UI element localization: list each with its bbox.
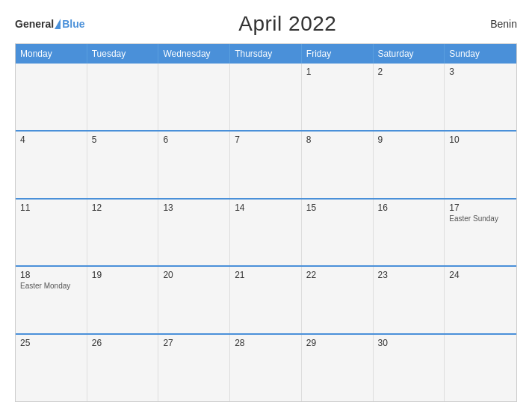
cell-w4-d2: 19 [87, 267, 159, 333]
day-number: 1 [306, 67, 368, 77]
cell-w5-d1: 25 [16, 335, 87, 401]
day-number: 25 [20, 338, 82, 348]
day-number: 11 [20, 203, 82, 213]
cell-w2-d1: 4 [16, 132, 87, 198]
cell-w4-d6: 23 [374, 267, 445, 333]
day-number: 24 [449, 270, 512, 280]
day-number: 7 [235, 135, 297, 145]
logo-general-text: General [15, 18, 54, 30]
col-thursday: Thursday [230, 44, 302, 64]
day-number: 10 [449, 135, 512, 145]
col-saturday: Saturday [374, 44, 445, 64]
cell-w3-d7: 17Easter Sunday [445, 200, 516, 266]
calendar: Monday Tuesday Wednesday Thursday Friday… [15, 43, 517, 402]
cell-w4-d1: 18Easter Monday [16, 267, 87, 333]
cell-w5-d7 [445, 335, 516, 401]
day-number: 9 [378, 135, 440, 145]
day-number: 21 [235, 270, 297, 280]
country-label: Benin [490, 18, 517, 30]
calendar-header-row: Monday Tuesday Wednesday Thursday Friday… [16, 44, 516, 64]
day-number: 27 [163, 338, 225, 348]
col-sunday: Sunday [445, 44, 516, 64]
week-row-2: 45678910 [16, 132, 516, 200]
day-number: 3 [449, 67, 512, 77]
day-number: 13 [163, 203, 225, 213]
cell-w2-d6: 9 [374, 132, 445, 198]
cell-w2-d4: 7 [230, 132, 302, 198]
day-number: 16 [378, 203, 440, 213]
cell-w3-d3: 13 [158, 200, 230, 266]
page: General Blue April 2022 Benin Monday Tue… [0, 0, 532, 411]
cell-w2-d2: 5 [87, 132, 159, 198]
cell-w5-d4: 28 [230, 335, 302, 401]
week-row-1: 123 [16, 64, 516, 132]
cell-w5-d6: 30 [374, 335, 445, 401]
day-event: Easter Monday [20, 282, 82, 290]
header: General Blue April 2022 Benin [15, 12, 517, 36]
day-number: 26 [92, 338, 154, 348]
cell-w1-d1 [16, 64, 87, 130]
calendar-title: April 2022 [238, 12, 336, 36]
cell-w2-d5: 8 [302, 132, 374, 198]
cell-w1-d5: 1 [302, 64, 374, 130]
cell-w1-d3 [158, 64, 230, 130]
col-friday: Friday [302, 44, 374, 64]
cell-w1-d4 [230, 64, 302, 130]
day-number: 17 [449, 203, 512, 213]
cell-w3-d2: 12 [87, 200, 159, 266]
day-number: 2 [378, 67, 440, 77]
cell-w3-d5: 15 [302, 200, 374, 266]
logo-triangle-icon [55, 19, 61, 29]
cell-w2-d7: 10 [445, 132, 516, 198]
cell-w1-d7: 3 [445, 64, 516, 130]
day-event: Easter Sunday [449, 214, 512, 223]
cell-w5-d3: 27 [158, 335, 230, 401]
cell-w5-d5: 29 [302, 335, 374, 401]
day-number: 18 [20, 270, 82, 280]
col-wednesday: Wednesday [158, 44, 230, 64]
cell-w1-d6: 2 [374, 64, 445, 130]
cell-w5-d2: 26 [87, 335, 159, 401]
cell-w3-d4: 14 [230, 200, 302, 266]
logo-blue-text: Blue [62, 18, 84, 30]
day-number: 29 [306, 338, 368, 348]
day-number: 15 [306, 203, 368, 213]
day-number: 14 [235, 203, 297, 213]
day-number: 8 [306, 135, 368, 145]
week-row-4: 18Easter Monday192021222324 [16, 267, 516, 335]
cell-w3-d1: 11 [16, 200, 87, 266]
cell-w4-d4: 21 [230, 267, 302, 333]
cell-w2-d3: 6 [158, 132, 230, 198]
cell-w4-d5: 22 [302, 267, 374, 333]
cell-w3-d6: 16 [374, 200, 445, 266]
day-number: 22 [306, 270, 368, 280]
week-row-3: 11121314151617Easter Sunday [16, 200, 516, 268]
day-number: 28 [235, 338, 297, 348]
day-number: 20 [163, 270, 225, 280]
day-number: 30 [378, 338, 440, 348]
day-number: 12 [92, 203, 154, 213]
logo: General Blue [15, 18, 84, 30]
day-number: 23 [378, 270, 440, 280]
day-number: 5 [92, 135, 154, 145]
col-tuesday: Tuesday [87, 44, 159, 64]
day-number: 19 [92, 270, 154, 280]
cell-w4-d3: 20 [158, 267, 230, 333]
calendar-body: 1234567891011121314151617Easter Sunday18… [16, 64, 516, 401]
day-number: 6 [163, 135, 225, 145]
week-row-5: 252627282930 [16, 335, 516, 401]
day-number: 4 [20, 135, 82, 145]
cell-w4-d7: 24 [445, 267, 516, 333]
col-monday: Monday [16, 44, 87, 64]
cell-w1-d2 [87, 64, 159, 130]
